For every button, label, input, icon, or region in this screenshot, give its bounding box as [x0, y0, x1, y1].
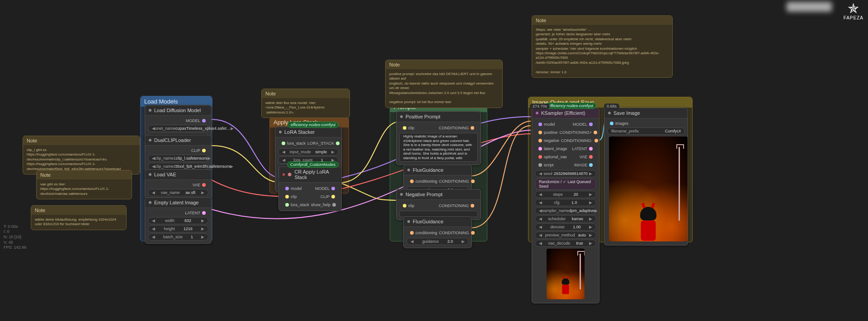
- logo: ✯ FAPEZA: [844, 2, 863, 20]
- preview-image-small: [547, 249, 585, 299]
- widget-prompt-text[interactable]: Highly realistic image of a woman d1l4r4…: [399, 133, 478, 162]
- node-title: Empty Latent Image: [145, 198, 211, 208]
- note-title: Note: [386, 60, 502, 69]
- node-flux-guidance-2[interactable]: FluxGuidance conditioningCONDITIONING ◀g…: [403, 216, 472, 248]
- node-negative-prompt[interactable]: Negative Prompt clipCONDITIONING: [396, 189, 481, 220]
- input-positive[interactable]: positive: [536, 129, 559, 136]
- note-title: Note: [532, 16, 672, 25]
- note-body: positive prompt: eschreibe das bild DETA…: [386, 69, 502, 108]
- output-conditioning[interactable]: CONDITIONING: [438, 178, 477, 184]
- input-model[interactable]: model: [536, 121, 556, 127]
- input-images[interactable]: images: [607, 120, 685, 127]
- note-vae: Note vae gibt es hier: https://huggingfa…: [36, 170, 132, 199]
- angel-icon: ✯: [844, 2, 863, 15]
- widget-cfg[interactable]: ◀cfg1.0▶: [535, 199, 596, 206]
- node-title: FluxGuidance: [404, 165, 472, 175]
- input-latent[interactable]: latent_image: [536, 146, 568, 152]
- output-model[interactable]: MODEL: [148, 118, 208, 124]
- widget-vae-name[interactable]: ◀vae_nameae.sft▶: [148, 189, 208, 196]
- node-empty-latent[interactable]: Empty Latent Image LATENT ◀width832▶ ◀he…: [145, 197, 212, 244]
- widget-seed[interactable]: ◀seed293296898814870▶: [535, 170, 596, 177]
- note-body: wähle dein flux lora model. hier: <lora:…: [262, 98, 349, 118]
- node-load-vae[interactable]: Load VAE VAE ◀vae_nameae.sft▶: [145, 169, 212, 199]
- note-resolution: Note wähle deine bildauflösung. empfehlu…: [31, 205, 127, 230]
- input-conditioning[interactable]: conditioning: [407, 178, 438, 184]
- input-clip[interactable]: clip: [400, 203, 415, 209]
- output-clip[interactable]: CLIP: [320, 194, 338, 200]
- widget-guidance[interactable]: ◀guidance2.0▶: [406, 238, 469, 245]
- badge-efficiency: efficiency-nodes-comfyui: [288, 122, 339, 128]
- output-lora-stack[interactable]: LORA_STACK: [307, 140, 342, 146]
- note-clip: Note clip_l gibt es https://huggingface.…: [23, 136, 140, 175]
- widget-width[interactable]: ◀width832▶: [148, 217, 208, 224]
- widget-filename-prefix[interactable]: filename_prefixComfyUI: [607, 127, 685, 135]
- logo-text: FAPEZA: [844, 15, 863, 20]
- node-title: Load VAE: [145, 170, 211, 180]
- node-title: Load Diffusion Model: [145, 105, 211, 116]
- canvas-stats: T: 0.00s I: 0 N: 10 [10] V: 45 FPS: 142.…: [4, 224, 26, 250]
- widget-scheduler[interactable]: ◀schedulerkarras▶: [535, 215, 596, 222]
- input-script[interactable]: script: [536, 162, 555, 168]
- output-conditioning[interactable]: CONDITIONING: [438, 203, 477, 209]
- widget-height[interactable]: ◀height1216▶: [148, 225, 208, 232]
- widget-steps[interactable]: ◀steps20▶: [535, 191, 596, 198]
- note-body: wähle deine bildauflösung. empfehlung 10…: [31, 215, 126, 230]
- widget-vae-decode[interactable]: ◀vae_decodetrue▶: [535, 240, 596, 247]
- input-lora-stack[interactable]: lora_stack: [283, 202, 310, 208]
- node-cr-apply-lora[interactable]: Comfyroll_CustomNodes ✽CR Apply LoRA Sta…: [278, 166, 342, 211]
- button-randomize[interactable]: Randomize / ✓ Last Queued Seed: [535, 178, 596, 190]
- node-title: Negative Prompt: [396, 189, 481, 200]
- output-vae[interactable]: VAE: [579, 154, 595, 160]
- widget-batch[interactable]: ◀batch_size1▶: [148, 233, 208, 241]
- widget-preview[interactable]: ◀preview_methodauto▶: [535, 231, 596, 239]
- input-vae[interactable]: optional_vae: [536, 154, 568, 160]
- badge-customnodes: Comfyroll_CustomNodes: [287, 161, 339, 168]
- input-negative[interactable]: negative: [536, 137, 560, 144]
- stat-v: V: 45: [4, 240, 26, 245]
- stat-fps: FPS: 142.99: [4, 245, 26, 250]
- note-title: Note: [262, 89, 349, 98]
- node-title: KSampler (Efficient): [532, 108, 599, 118]
- node-save-image[interactable]: Save Image images filename_prefixComfyUI: [604, 108, 688, 245]
- output-help[interactable]: show_help: [310, 202, 339, 208]
- output-latent[interactable]: LATENT: [148, 210, 208, 216]
- blurred-watermark: [787, 2, 832, 12]
- input-lora-stack[interactable]: lora_stack: [279, 140, 307, 146]
- node-title: Save Image: [604, 108, 688, 118]
- stat-t: T: 0.00s: [4, 224, 26, 230]
- widget-sampler[interactable]: ◀sampler_namedpm_adaptive▶: [535, 207, 596, 214]
- node-ksampler[interactable]: efficiency-nodes-comfyui KSampler (Effic…: [532, 108, 599, 303]
- output-model[interactable]: MODEL: [572, 121, 595, 127]
- time-right: 0.68s: [604, 104, 619, 109]
- time-left: 274.70s: [530, 104, 550, 109]
- input-model[interactable]: model: [283, 185, 303, 192]
- output-vae[interactable]: VAE: [148, 182, 208, 188]
- note-title: Note: [37, 170, 132, 179]
- node-title: FluxGuidance: [404, 217, 472, 227]
- widget-unet-name[interactable]: ◀unet_namecopaxTimeless_xplus4.safet…▶: [148, 125, 208, 132]
- node-positive-prompt[interactable]: Positive Prompt clipCONDITIONING Highly …: [396, 111, 481, 165]
- output-clip[interactable]: CLIP: [148, 147, 208, 154]
- note-body: Steps: wie viele "arbeitsschritte" ... g…: [532, 25, 672, 77]
- input-clip[interactable]: clip: [283, 194, 298, 200]
- output-cond-neg[interactable]: CONDITIONING-: [560, 137, 601, 144]
- widget-clip1[interactable]: ◀clip_name1clip_l.safetensors▶: [148, 155, 208, 162]
- output-conditioning[interactable]: CONDITIONING: [438, 230, 477, 236]
- output-latent[interactable]: LATENT: [571, 146, 595, 152]
- node-title: DualCLIPLoader: [145, 135, 211, 146]
- widget-input-mode[interactable]: ◀input_modesimple▶: [278, 148, 339, 156]
- input-conditioning[interactable]: conditioning: [407, 230, 438, 236]
- output-image[interactable]: IMAGE: [573, 162, 595, 168]
- note-title: Note: [31, 206, 126, 215]
- input-clip[interactable]: clip: [400, 125, 415, 131]
- widget-denoise[interactable]: ◀denoise1.00▶: [535, 223, 596, 231]
- badge-efficiency: efficiency-nodes-comfyui: [545, 103, 596, 109]
- output-cond-pos[interactable]: CONDITIONING+: [559, 129, 600, 136]
- node-title: LoRA Stacker: [275, 127, 341, 137]
- note-steps: Note Steps: wie viele "arbeitsschritte" …: [532, 15, 673, 78]
- note-lora: Note wähle dein flux lora model. hier: <…: [261, 89, 350, 118]
- note-body: vae gibt es hier: https://huggingface.co…: [37, 179, 132, 199]
- output-conditioning[interactable]: CONDITIONING: [438, 125, 477, 131]
- output-model[interactable]: MODEL: [314, 185, 338, 192]
- stat-n: N: 10 [10]: [4, 235, 26, 240]
